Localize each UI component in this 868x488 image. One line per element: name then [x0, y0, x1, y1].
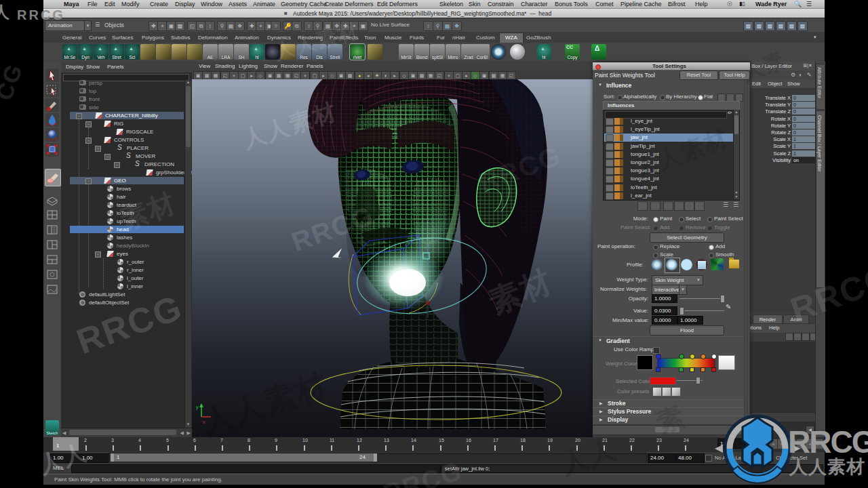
svg-text:x: x: [203, 420, 205, 424]
svg-text:y: y: [196, 405, 199, 410]
